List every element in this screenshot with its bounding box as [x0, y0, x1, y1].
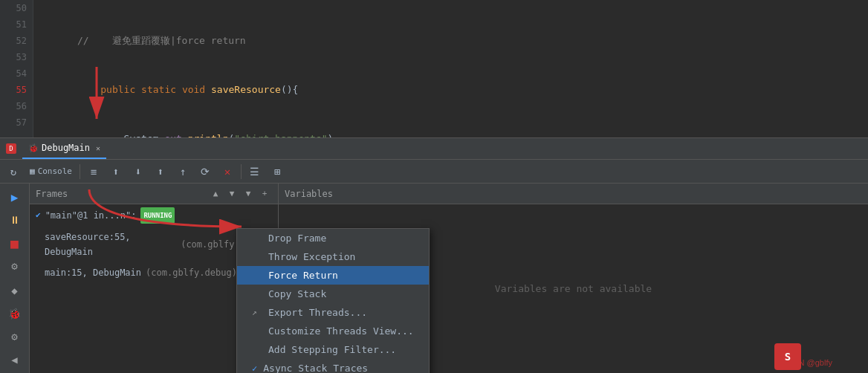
- menu-export-threads[interactable]: ↗ Export Threads...: [237, 303, 429, 322]
- drop-frame-label: Drop Frame: [268, 233, 326, 244]
- sep1: [80, 164, 80, 179]
- out-field: out: [164, 133, 181, 137]
- menu-async-traces[interactable]: ✓ Async Stack Traces: [237, 359, 429, 373]
- customize-threads-label: Customize Threads View...: [268, 325, 414, 337]
- sidebar-settings-btn[interactable]: ⚙: [3, 256, 27, 277]
- system-class: System: [124, 133, 159, 137]
- str-shirt: "shirt happents": [234, 133, 327, 137]
- step-into-btn[interactable]: ⬇: [128, 161, 149, 182]
- line-number-53: 53: [6, 49, 27, 65]
- debugmain-close[interactable]: ✕: [96, 144, 100, 152]
- console-icon: ▦: [30, 166, 35, 176]
- export-threads-label: Export Threads...: [268, 307, 367, 318]
- frames-add-btn[interactable]: +: [257, 186, 272, 201]
- frames-title: Frames: [36, 189, 68, 199]
- method-saveResource: saveResource: [211, 84, 281, 95]
- sidebar-run-btn[interactable]: ◆: [3, 280, 27, 302]
- frames-up-btn[interactable]: ▲: [208, 186, 223, 201]
- debug-icon: D: [6, 143, 16, 154]
- code-line-52: public static void saveResource(){: [39, 65, 868, 114]
- restart-btn[interactable]: ↻: [3, 161, 24, 182]
- frames-header: Frames ▲ ▼ ▼ +: [30, 184, 278, 204]
- menu-drop-frame[interactable]: Drop Frame: [237, 229, 429, 247]
- debugmain-label: DebugMain: [42, 143, 90, 153]
- debug-toolbar: ↻ ▦ Console ≡ ⬆ ⬇ ⬆ ↑ ⟳ ✕ ☰ ⊞: [0, 160, 868, 184]
- menu-add-stepping[interactable]: Add Stepping Filter...: [237, 340, 429, 359]
- line-number-54: 54: [6, 65, 27, 82]
- stop-btn[interactable]: ✕: [217, 161, 238, 182]
- variables-header: Variables: [279, 184, 868, 204]
- settings-btn[interactable]: ☰: [244, 161, 265, 182]
- line-number-57: 57: [6, 114, 27, 131]
- menu-throw-exception[interactable]: Throw Exception: [237, 247, 429, 266]
- code-line-51: // 避免重蹈覆辙|force return: [39, 16, 868, 65]
- async-traces-label: Async Stack Traces: [263, 363, 368, 373]
- frames-down-btn[interactable]: ▼: [224, 186, 239, 201]
- line-numbers: 50 51 52 53 54 55 56 57: [0, 0, 33, 137]
- force-return-comment: force return: [176, 35, 246, 46]
- throw-exception-label: Throw Exception: [268, 251, 355, 262]
- left-sidebar: ▶ ⏸ ■ ⚙ ◆ 🐞 ⚙ ◀: [0, 184, 30, 373]
- force-return-label: Force Return: [268, 270, 338, 281]
- code-line-50: [39, 0, 868, 16]
- running-badge: RUNNING: [140, 207, 175, 224]
- kw-static: static: [141, 84, 176, 95]
- code-editor: 50 51 52 53 54 55 56 57 // 避免重蹈覆辙|force …: [0, 0, 868, 137]
- line-number-52: 52: [6, 33, 27, 49]
- frame2-name: main:15, DebugMain: [45, 265, 141, 280]
- line-number-55: 55: [6, 82, 27, 98]
- frames-filter-btn[interactable]: ▼: [241, 186, 256, 201]
- sidebar-extra-btn[interactable]: ⚙: [3, 325, 27, 347]
- context-menu: Drop Frame Throw Exception Force Return …: [236, 228, 430, 373]
- line-number-50: 50: [6, 0, 27, 16]
- sidebar-debug-btn[interactable]: 🐞: [3, 302, 27, 324]
- export-threads-icon: ↗: [252, 308, 262, 317]
- kw-public: public: [100, 84, 135, 95]
- console-label: Console: [38, 166, 72, 176]
- run-to-cursor-btn[interactable]: ↑: [172, 161, 193, 182]
- frames-actions: ▲ ▼ ▼ +: [208, 186, 272, 201]
- async-checkmark: ✓: [252, 363, 257, 374]
- csdn-logo-letter: S: [785, 351, 791, 363]
- step-out-btn[interactable]: ⬆: [150, 161, 171, 182]
- sidebar-extra2-btn[interactable]: ◀: [3, 348, 27, 370]
- layout-btn[interactable]: ⊞: [267, 161, 288, 182]
- console-tab[interactable]: ▦ Console: [25, 161, 77, 182]
- copy-stack-label: Copy Stack: [268, 288, 326, 299]
- debug-panels: ▶ ⏸ ■ ⚙ ◆ 🐞 ⚙ ◀ Frames ▲ ▼ ▼ + ✔ "main"@…: [0, 184, 868, 373]
- add-stepping-label: Add Stepping Filter...: [268, 344, 396, 355]
- line-number-51: 51: [6, 16, 27, 33]
- frames-btn[interactable]: ≡: [83, 161, 104, 182]
- comment-51: // 避免重蹈覆辙|: [77, 35, 176, 46]
- debug-tab-bar: D 🐞 DebugMain ✕: [0, 137, 868, 160]
- frame2-pkg: (com.gblfy.debug): [146, 265, 237, 280]
- menu-force-return[interactable]: Force Return: [237, 266, 429, 285]
- tab-debugmain[interactable]: 🐞 DebugMain ✕: [22, 138, 106, 159]
- evaluate-btn[interactable]: ⟳: [195, 161, 216, 182]
- variables-empty-text: Variables are not available: [495, 283, 652, 294]
- resume-btn[interactable]: ▶: [3, 186, 27, 208]
- csdn-logo: S: [774, 343, 801, 370]
- pause-btn[interactable]: ⏸: [3, 210, 27, 231]
- code-content: // 避免重蹈覆辙|force return public static voi…: [33, 0, 868, 137]
- kw-void: void: [182, 84, 205, 95]
- line-number-56: 56: [6, 98, 27, 114]
- menu-customize-threads[interactable]: Customize Threads View...: [237, 322, 429, 340]
- variables-title: Variables: [285, 189, 333, 199]
- step-over-btn[interactable]: ⬆: [106, 161, 126, 182]
- println-method: println: [188, 133, 229, 137]
- frame1-name: saveResource:55, DebugMain: [45, 230, 176, 259]
- check-icon: ✔: [36, 208, 41, 223]
- stop-sidebar-btn[interactable]: ■: [3, 233, 27, 254]
- thread-name: "main"@1 in...n":: [45, 208, 137, 223]
- debugmain-icon: 🐞: [28, 143, 39, 153]
- code-line-53: System.out.println("shirt happents");: [39, 114, 868, 137]
- sep2: [241, 164, 242, 179]
- thread-row[interactable]: ✔ "main"@1 in...n": RUNNING: [30, 204, 278, 227]
- menu-copy-stack[interactable]: Copy Stack: [237, 285, 429, 303]
